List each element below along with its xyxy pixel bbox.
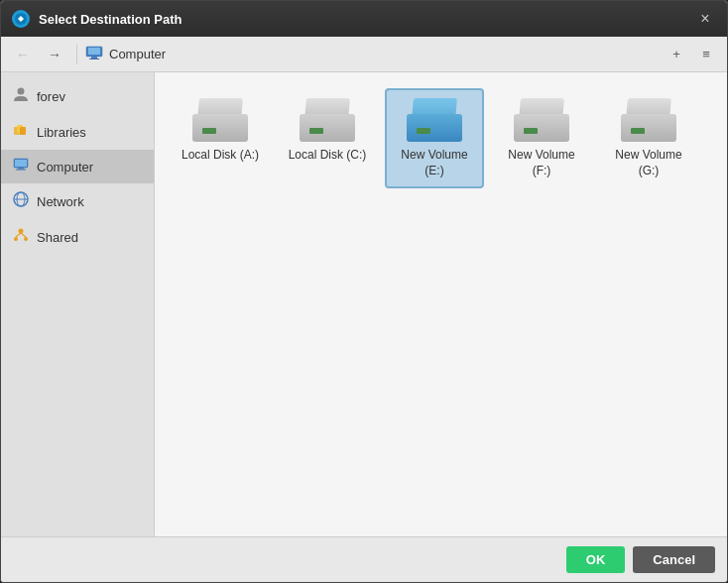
drive-icon-a <box>188 98 252 142</box>
new-folder-button[interactable]: + <box>664 43 689 66</box>
sidebar-label-shared: Shared <box>37 230 78 245</box>
file-label-disk-c: Local Disk (C:) <box>289 148 367 164</box>
dialog: Select Destination Path × ← → Computer <box>0 0 728 583</box>
computer-icon <box>13 158 29 175</box>
sidebar-label-network: Network <box>37 194 84 209</box>
file-area: Local Disk (A:) Local Disk (C:) <box>155 72 727 536</box>
shared-icon <box>13 227 29 247</box>
svg-point-17 <box>19 229 24 234</box>
libraries-icon <box>13 122 29 142</box>
file-label-vol-e: New Volume (E:) <box>391 148 478 178</box>
path-bar: Computer <box>85 46 660 63</box>
svg-line-20 <box>16 233 21 237</box>
drive-icon-e <box>403 98 466 142</box>
svg-rect-11 <box>15 160 27 167</box>
dialog-title: Select Destination Path <box>39 12 693 27</box>
back-button[interactable]: ← <box>9 42 37 67</box>
toolbar-separator <box>76 45 77 64</box>
svg-point-19 <box>24 237 28 241</box>
toolbar: ← → Computer + ≡ <box>1 37 727 72</box>
forward-button[interactable]: → <box>41 42 68 67</box>
ok-button[interactable]: OK <box>566 546 626 573</box>
file-item-vol-g[interactable]: New Volume (G:) <box>599 88 698 188</box>
drive-icon-f <box>510 98 573 142</box>
computer-path-icon <box>85 46 103 63</box>
network-icon <box>13 191 29 211</box>
svg-rect-4 <box>91 57 97 58</box>
file-item-disk-c[interactable]: Local Disk (C:) <box>278 88 377 188</box>
title-bar: Select Destination Path × <box>1 1 727 37</box>
file-label-vol-g: New Volume (G:) <box>605 148 692 178</box>
main-content: forev Libraries <box>1 72 727 536</box>
drive-icon-c <box>296 98 359 142</box>
sidebar-item-computer[interactable]: Computer <box>1 150 154 183</box>
svg-point-6 <box>18 88 25 95</box>
bottom-bar: OK Cancel <box>1 536 727 582</box>
sidebar-item-network[interactable]: Network <box>1 183 154 219</box>
file-item-vol-f[interactable]: New Volume (F:) <box>492 88 591 188</box>
cancel-button[interactable]: Cancel <box>633 546 715 573</box>
file-item-disk-a[interactable]: Local Disk (A:) <box>171 88 270 188</box>
svg-point-18 <box>14 237 18 241</box>
toolbar-right: + ≡ <box>664 43 719 66</box>
sidebar-label-computer: Computer <box>37 160 93 175</box>
sidebar-item-forev[interactable]: forev <box>1 78 154 114</box>
user-icon <box>13 86 29 106</box>
sidebar-item-shared[interactable]: Shared <box>1 219 154 255</box>
sidebar-item-libraries[interactable]: Libraries <box>1 114 154 150</box>
view-toggle-button[interactable]: ≡ <box>693 43 719 66</box>
svg-rect-13 <box>16 170 26 171</box>
file-label-disk-a: Local Disk (A:) <box>182 148 259 164</box>
svg-rect-5 <box>89 58 99 59</box>
path-label: Computer <box>109 47 660 61</box>
file-item-vol-e[interactable]: New Volume (E:) <box>385 88 484 188</box>
svg-rect-9 <box>20 127 26 135</box>
sidebar-label-forev: forev <box>37 89 65 104</box>
svg-rect-12 <box>18 168 24 170</box>
close-button[interactable]: × <box>693 7 717 31</box>
drive-icon-g <box>617 98 680 142</box>
svg-line-21 <box>21 233 26 237</box>
file-label-vol-f: New Volume (F:) <box>498 148 585 178</box>
sidebar: forev Libraries <box>1 72 155 536</box>
sidebar-label-libraries: Libraries <box>37 125 86 140</box>
app-icon <box>11 9 31 29</box>
svg-rect-3 <box>88 48 100 55</box>
